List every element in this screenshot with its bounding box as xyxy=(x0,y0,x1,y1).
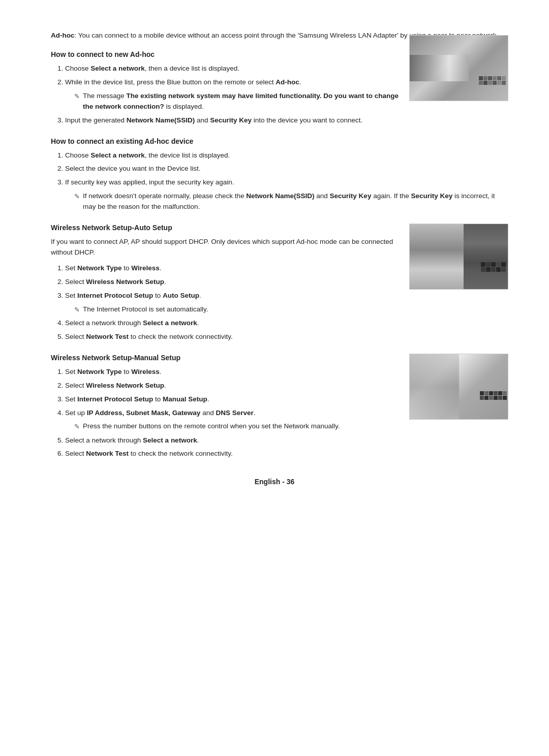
section1-heading: How to connect to new Ad-hoc xyxy=(51,50,402,58)
note-icon: ✎ xyxy=(74,91,80,102)
note-icon: ✎ xyxy=(74,192,80,202)
note3: ✎ The Internet Protocol is set automatic… xyxy=(74,304,402,315)
section3-intro: If you want to connect AP, AP should sup… xyxy=(51,237,402,258)
section2-heading: How to connect an existing Ad-hoc device xyxy=(51,137,508,145)
list-item: Choose Select a network, then a device l… xyxy=(65,64,402,74)
section-auto-setup: Wireless Network Setup-Auto Setup If you… xyxy=(51,224,508,342)
section4-heading: Wireless Network Setup-Manual Setup xyxy=(51,354,402,362)
list-item: Set up IP Address, Subnet Mask, Gateway … xyxy=(65,408,402,432)
section1-image xyxy=(409,35,508,101)
footer-text: English - 36 xyxy=(255,478,295,486)
list-item: Input the generated Network Name(SSID) a… xyxy=(65,115,402,126)
list-item: Choose Select a network, the device list… xyxy=(65,150,508,161)
list-item: Select Network Test to check the network… xyxy=(65,332,402,342)
section3-steps: Set Network Type to Wireless. Select Wir… xyxy=(65,263,402,342)
list-item: While in the device list, press the Blue… xyxy=(65,77,402,112)
list-item: Set Network Type to Wireless. xyxy=(65,263,402,274)
footer: English - 36 xyxy=(0,478,549,486)
section-adhoc-new: How to connect to new Ad-hoc Choose Sele… xyxy=(51,50,508,126)
note2: ✎ If network doesn't operate normally, p… xyxy=(74,191,508,212)
list-item: Set Network Type to Wireless. xyxy=(65,367,402,377)
list-item: Select a network through Select a networ… xyxy=(65,318,402,329)
note-text: If network doesn't operate normally, ple… xyxy=(83,191,508,212)
list-item: If security key was applied, input the s… xyxy=(65,177,508,212)
note1: ✎ The message The existing network syste… xyxy=(74,91,402,112)
note4: ✎ Press the number buttons on the remote… xyxy=(74,421,402,432)
list-item: Set Internet Protocol Setup to Auto Setu… xyxy=(65,291,402,315)
page: Ad-hoc: You can connect to a mobile devi… xyxy=(0,0,549,511)
section4-steps: Set Network Type to Wireless. Select Wir… xyxy=(65,367,402,460)
section3-heading: Wireless Network Setup-Auto Setup xyxy=(51,224,402,232)
list-item: Set Internet Protocol Setup to Manual Se… xyxy=(65,394,402,405)
section1-steps: Choose Select a network, then a device l… xyxy=(65,64,402,126)
section-adhoc-existing: How to connect an existing Ad-hoc device… xyxy=(51,137,508,213)
section2-steps: Choose Select a network, the device list… xyxy=(65,150,508,213)
note-text: The message The existing network system … xyxy=(83,91,402,112)
list-item: Select a network through Select a networ… xyxy=(65,435,402,446)
section-manual-setup: Wireless Network Setup-Manual Setup Set … xyxy=(51,354,508,460)
section4-image xyxy=(409,354,508,420)
note-text: Press the number buttons on the remote c… xyxy=(83,421,340,432)
list-item: Select the device you want in the Device… xyxy=(65,164,508,174)
note-text: The Internet Protocol is set automatical… xyxy=(83,304,208,315)
list-item: Select Wireless Network Setup. xyxy=(65,277,402,288)
note-icon: ✎ xyxy=(74,305,80,315)
list-item: Select Wireless Network Setup. xyxy=(65,381,402,391)
note-icon: ✎ xyxy=(74,422,80,432)
list-item: Select Network Test to check the network… xyxy=(65,449,402,459)
section3-image xyxy=(409,224,508,290)
